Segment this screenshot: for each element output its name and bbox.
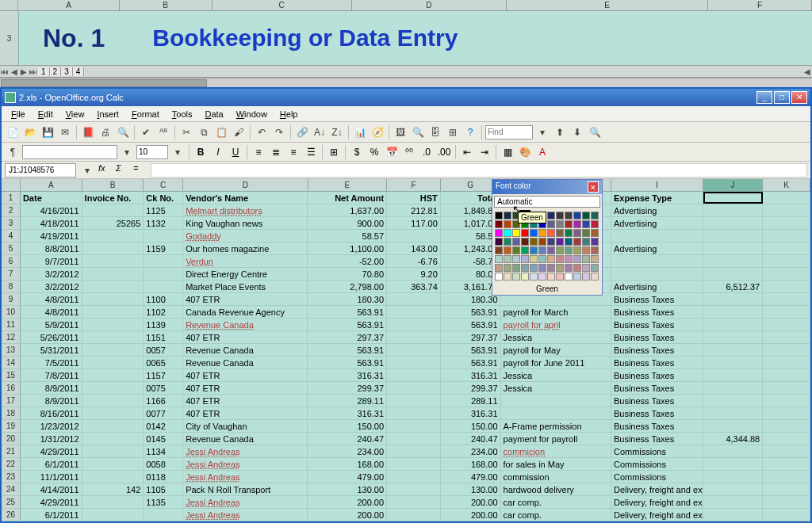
cell[interactable] [703,255,764,267]
sort-desc-icon[interactable]: Z↓ [329,124,345,140]
cell[interactable] [611,268,703,280]
header-cell[interactable]: Date [21,192,82,204]
row-head[interactable]: 12 [2,331,21,343]
cell[interactable] [703,344,764,356]
color-swatch[interactable] [591,229,599,237]
color-swatch[interactable] [582,238,590,246]
cell[interactable] [763,319,810,330]
nav-prev-icon[interactable]: ◀ [10,67,19,76]
color-swatch[interactable] [582,220,590,228]
sheet-tab-3[interactable]: 3 [61,67,73,76]
italic-button[interactable]: I [210,144,226,160]
cell[interactable] [82,357,144,368]
cell[interactable]: 407 ETR [183,331,308,343]
cell[interactable]: 0145 [144,433,183,445]
color-swatch[interactable] [565,212,573,220]
cell[interactable] [387,293,441,305]
cell[interactable]: 0058 [144,458,183,470]
cell[interactable]: 407 ETR [183,293,308,305]
cell[interactable] [387,331,441,343]
cell[interactable] [703,319,764,330]
open-icon[interactable]: 📂 [22,124,38,140]
cell[interactable]: 4/19/2011 [21,230,82,242]
cell[interactable]: 0142 [144,420,183,432]
cell[interactable] [82,344,144,356]
cell[interactable]: 3/2/2012 [21,268,82,280]
cell[interactable]: 150.00 [441,420,501,432]
color-swatch[interactable] [521,246,529,254]
cell[interactable]: City of Vaughan [183,420,308,432]
color-swatch[interactable] [556,212,564,220]
cell[interactable]: 407 ETR [183,382,308,394]
cell[interactable]: 0075 [144,382,183,394]
cell[interactable] [763,357,810,368]
col-header-J[interactable]: J [703,179,764,191]
color-swatch[interactable] [530,255,538,263]
cell[interactable]: 407 ETR [183,369,308,381]
cell[interactable]: Jessica [501,331,611,343]
sheet-tab-1[interactable]: 1 [38,67,50,76]
upper-col-F[interactable]: F [708,0,812,10]
cell[interactable]: Business Taxes [611,420,703,432]
color-swatch[interactable] [504,246,511,254]
cell[interactable]: 4/18/2011 [21,217,82,229]
cell[interactable] [82,420,144,432]
email-icon[interactable]: ✉ [57,124,73,140]
cell[interactable]: Advertising [611,242,703,254]
row-head[interactable]: 11 [2,319,21,330]
cell[interactable] [387,458,441,470]
cell[interactable]: 563.91 [441,344,501,356]
cell[interactable] [82,204,144,216]
cell[interactable]: 1139 [144,319,183,330]
header-cell[interactable]: HST [387,192,441,204]
cell[interactable]: Business Taxes [611,395,703,407]
popup-titlebar[interactable]: Font color ✕ [492,180,602,194]
cell[interactable]: Pack N Roll Transport [183,483,308,495]
cell[interactable]: 142 [82,483,144,495]
cell[interactable]: 5/31/2011 [21,344,82,356]
cell[interactable]: Jessi Andreas [183,458,308,470]
cell[interactable]: Commissions [611,445,703,457]
color-swatch[interactable] [547,273,555,281]
col-header-F[interactable]: F [387,179,441,191]
cell[interactable]: 479.00 [308,471,387,483]
upper-hscroll[interactable] [0,78,812,87]
cell[interactable] [763,293,810,305]
color-swatch[interactable] [573,220,581,228]
percent-icon[interactable]: % [366,144,382,160]
color-swatch[interactable] [530,238,538,246]
col-header-C[interactable]: C [144,179,183,191]
header-cell[interactable] [703,192,764,204]
decrease-indent-icon[interactable]: ⇤ [459,144,475,160]
color-swatch[interactable] [582,229,590,237]
cell[interactable]: -6.76 [387,255,441,267]
cell[interactable]: Commissions [611,471,703,483]
upper-col-C[interactable]: C [213,0,352,10]
cell[interactable]: Business Taxes [611,369,703,381]
cell[interactable] [763,382,810,394]
row-head[interactable]: 5 [2,242,21,254]
maximize-button[interactable]: □ [774,91,790,104]
cell[interactable] [763,395,810,407]
row-head[interactable]: 18 [2,407,21,419]
spellcheck-icon[interactable]: ✔ [138,124,154,140]
cell-ref-dropdown-icon[interactable]: ▾ [79,162,95,178]
cell[interactable]: 150.00 [308,420,387,432]
color-swatch[interactable] [582,255,590,263]
cell[interactable] [703,293,764,305]
cell[interactable] [501,407,611,419]
cell[interactable] [387,407,441,419]
select-all-corner[interactable] [2,179,21,191]
cell[interactable] [703,509,764,521]
banner-cell[interactable]: No. 1 Bookkeeping or Data Entry [19,11,812,65]
color-swatch[interactable] [565,246,573,254]
cell[interactable]: Business Taxes [611,331,703,343]
cell[interactable]: Revenue Canada [183,344,308,356]
cell[interactable]: payment for payroll [501,433,611,445]
help-icon[interactable]: ? [462,124,478,140]
cell[interactable]: car comp. [501,509,611,521]
color-swatch[interactable] [556,246,564,254]
color-swatch[interactable] [495,238,503,246]
cell[interactable]: 316.31 [308,407,387,419]
hscroll-left-icon[interactable]: ◀ [802,67,812,76]
